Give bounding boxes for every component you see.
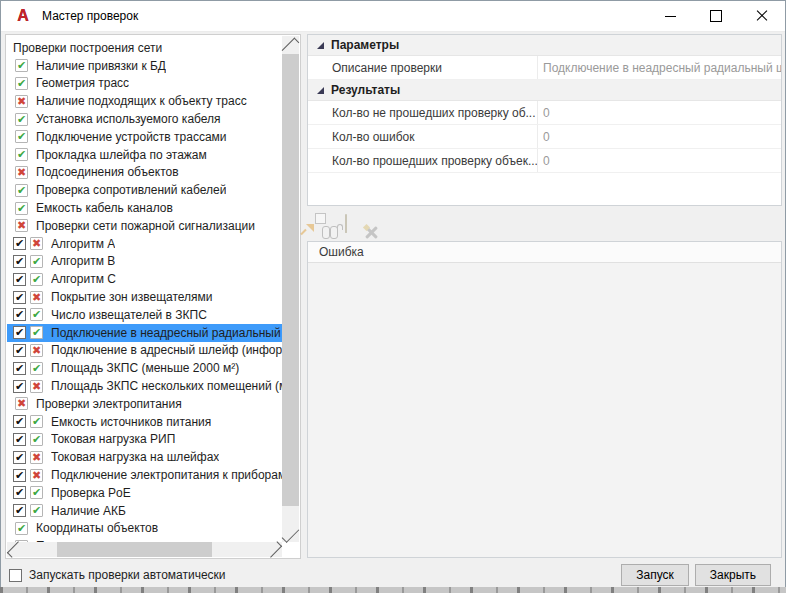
checklist-item-label: Подключение электропитания к приборам (51, 468, 282, 482)
item-checkbox[interactable]: ✔ (13, 308, 26, 321)
item-checkbox[interactable]: ✔ (13, 433, 26, 446)
scroll-up-button[interactable] (282, 36, 299, 53)
checklist-item[interactable]: ✔Емкость кабель каналов (7, 199, 282, 217)
status-pass-icon: ✔ (30, 433, 43, 446)
vertical-scrollbar-thumb[interactable] (282, 54, 299, 506)
database-button[interactable] (345, 215, 347, 233)
checklist-item[interactable]: ✔Установка используемого кабеля (7, 110, 282, 128)
property-value[interactable]: Подключение в неадресный радиальный ш (537, 56, 781, 79)
status-pass-icon: ✔ (15, 184, 28, 197)
checklist-item[interactable]: ✔✔Наличие АКБ (7, 502, 282, 520)
scroll-right-button[interactable] (266, 542, 282, 557)
checklist-item[interactable]: ✔✖Покрытие зон извещателями (7, 288, 282, 306)
property-label: Описание проверки (308, 56, 537, 79)
status-pass-icon: ✔ (15, 113, 28, 126)
status-pass-icon: ✔ (15, 59, 28, 72)
item-checkbox[interactable]: ✔ (13, 255, 26, 268)
item-checkbox[interactable]: ✔ (13, 344, 26, 357)
checklist-item-label: Подключение устройств трассами (36, 130, 227, 144)
checklist: Проверки построения сети✔Наличие привязк… (7, 36, 282, 542)
close-button[interactable] (739, 1, 785, 31)
property-row-description[interactable]: Описание проверки Подключение в неадресн… (308, 56, 781, 80)
item-checkbox[interactable]: ✔ (13, 237, 26, 250)
checklist-item-label: Координаты объектов (36, 521, 158, 535)
checklist-item[interactable]: ✔Прокладка шлейфа по этажам (7, 146, 282, 164)
checklist-item[interactable]: ✔✔Алгоритм B (7, 253, 282, 271)
checklist-item[interactable]: ✔✔Подключение в неадресный радиальный ш (7, 324, 282, 342)
property-row-failed-count[interactable]: Кол-во не прошедших проверку об... 0 (308, 101, 781, 125)
checklist-item[interactable]: ✔✖Алгоритм A (7, 235, 282, 253)
status-pass-icon: ✔ (15, 130, 28, 143)
checklist-item[interactable]: ✔✔Токовая нагрузка РИП (7, 431, 282, 449)
checklist-item-label: Емкость кабель каналов (36, 201, 173, 215)
item-checkbox[interactable]: ✔ (13, 273, 26, 286)
checklist-item[interactable]: ✔Координаты объектов (7, 520, 282, 538)
status-fail-icon: ✖ (30, 380, 43, 393)
run-button[interactable]: Запуск (621, 564, 689, 586)
checklist-item[interactable]: ✔✔Емкость источников питания (7, 413, 282, 431)
checklist-item[interactable]: ✔✖Подключение электропитания к приборам (7, 466, 282, 484)
scroll-down-button[interactable] (282, 525, 299, 542)
status-fail-icon: ✖ (30, 451, 43, 464)
item-checkbox[interactable]: ✔ (13, 326, 26, 339)
item-checkbox[interactable]: ✔ (13, 451, 26, 464)
item-checkbox[interactable]: ✔ (13, 380, 26, 393)
error-column-header[interactable]: Ошибка (308, 242, 781, 263)
group-results[interactable]: Результаты (308, 80, 781, 101)
group-parameters[interactable]: Параметры (308, 35, 781, 56)
checklist-item[interactable]: ✔Наличие привязки к БД (7, 57, 282, 75)
checklist-item[interactable]: ✔Геометрия трасс (7, 75, 282, 93)
property-row-passed-count[interactable]: Кол-во прошедших проверку объек... 0 (308, 149, 781, 173)
checklist-item-label: Проверки построения сети (13, 41, 162, 55)
chevron-left-icon (7, 541, 23, 557)
checks-wizard-dialog: A Мастер проверок Проверки построения се… (0, 0, 786, 589)
title-bar: A Мастер проверок (1, 1, 785, 32)
property-grid: Параметры Описание проверки Подключение … (307, 34, 782, 206)
close-dialog-button[interactable]: Закрыть (695, 564, 771, 586)
scroll-left-button[interactable] (7, 542, 23, 557)
checklist-item[interactable]: ✔✖Площадь ЗКПС нескольких помещений (м (7, 377, 282, 395)
item-checkbox[interactable]: ✔ (13, 291, 26, 304)
checklist-item-label: Число извещателей в ЗКПС (51, 308, 207, 322)
maximize-button[interactable] (693, 1, 739, 31)
status-fail-icon: ✖ (15, 95, 28, 108)
checklist-item[interactable]: ✔✖Подключение в адресный шлейф (информ (7, 342, 282, 360)
item-checkbox[interactable]: ✔ (13, 469, 26, 482)
checklist-item-label: Площадь ЗКПС нескольких помещений (м (51, 379, 282, 393)
auto-run-label: Запускать проверки автоматически (29, 568, 226, 582)
item-checkbox[interactable]: ✔ (13, 504, 26, 517)
item-checkbox[interactable]: ✔ (13, 415, 26, 428)
checklist-item[interactable]: ✔✔Алгоритм C (7, 270, 282, 288)
status-fail-icon: ✖ (15, 166, 28, 179)
item-checkbox[interactable]: ✔ (13, 362, 26, 375)
property-label: Кол-во не прошедших проверку об... (308, 101, 537, 124)
checklist-item[interactable]: ✖Проверки сети пожарной сигнализации (7, 217, 282, 235)
minimize-icon (665, 16, 676, 17)
horizontal-scrollbar-thumb[interactable] (57, 542, 212, 557)
item-checkbox[interactable]: ✔ (13, 486, 26, 499)
status-pass-icon: ✔ (15, 148, 28, 161)
minimize-button[interactable] (647, 1, 693, 31)
auto-run-checkbox[interactable] (9, 569, 22, 582)
checklist-item-label: Алгоритм B (51, 254, 115, 268)
checklist-item[interactable]: ✖Проверки электропитания (7, 395, 282, 413)
expander-triangle-icon (317, 87, 324, 94)
vertical-scrollbar[interactable] (282, 36, 299, 542)
status-fail-icon: ✖ (30, 291, 43, 304)
status-pass-icon: ✔ (30, 415, 43, 428)
property-row-error-count[interactable]: Кол-во ошибок 0 (308, 125, 781, 149)
checklist-item[interactable]: ✔✔Проверка PoE (7, 484, 282, 502)
checklist-item-label: Токовая нагрузка на шлейфах (51, 450, 219, 464)
window-controls (647, 1, 785, 31)
checklist-item[interactable]: ✔✖Токовая нагрузка на шлейфах (7, 448, 282, 466)
checklist-item[interactable]: ✖Подсоединения объектов (7, 164, 282, 182)
property-value: 0 (537, 125, 781, 148)
checklist-item[interactable]: ✔Подключение устройств трассами (7, 128, 282, 146)
checklist-item[interactable]: ✖Наличие подходящих к объекту трасс (7, 92, 282, 110)
checklist-item-label: Наличие подходящих к объекту трасс (36, 94, 247, 108)
checklist-item[interactable]: ✔Проверка сопротивлений кабелей (7, 181, 282, 199)
checklist-item[interactable]: Проверки построения сети (7, 39, 282, 57)
checklist-item[interactable]: ✔✔Число извещателей в ЗКПС (7, 306, 282, 324)
horizontal-scrollbar[interactable] (7, 542, 282, 557)
checklist-item[interactable]: ✔✔Площадь ЗКПС (меньше 2000 м²) (7, 359, 282, 377)
